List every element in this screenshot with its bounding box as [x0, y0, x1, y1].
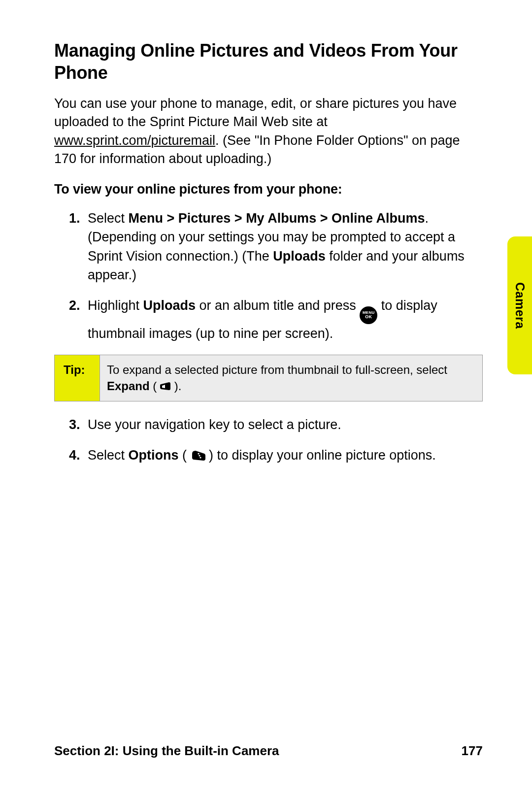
- step-text: ) to display your online picture options…: [205, 448, 436, 463]
- step-text: or an album title and press: [196, 298, 360, 313]
- ok-label: OK: [365, 315, 372, 319]
- step-text: (: [179, 448, 191, 463]
- procedure-steps: 1. Select Menu > Pictures > My Albums > …: [54, 209, 483, 465]
- page-content: Managing Online Pictures and Videos From…: [0, 0, 532, 465]
- expand-label: Expand: [107, 379, 150, 393]
- svg-point-0: [198, 453, 199, 455]
- step-number: 1.: [69, 209, 80, 228]
- procedure-subheading: To view your online pictures from your p…: [54, 182, 483, 197]
- step-1: 1. Select Menu > Pictures > My Albums > …: [88, 209, 483, 284]
- expand-icon: [160, 382, 171, 391]
- picturemail-url: www.sprint.com/picturemail: [54, 133, 215, 148]
- step-3: 3. Use your navigation key to select a p…: [88, 415, 483, 434]
- page-footer: Section 2I: Using the Built-in Camera 17…: [54, 743, 483, 759]
- footer-page-number: 177: [462, 743, 483, 759]
- menu-ok-button-icon: MENU OK: [360, 306, 377, 324]
- step-number: 2.: [69, 296, 80, 315]
- tip-label: Tip:: [55, 355, 100, 401]
- step-text: Select: [88, 211, 129, 226]
- step-text: Highlight: [88, 298, 143, 313]
- intro-paragraph: You can use your phone to manage, edit, …: [54, 95, 483, 168]
- tip-content: To expand a selected picture from thumbn…: [100, 355, 482, 401]
- step-text: Use your navigation key to select a pict…: [88, 417, 341, 432]
- step-2: 2. Highlight Uploads or an album title a…: [88, 296, 483, 343]
- options-label: Options: [129, 448, 179, 463]
- step-number: 4.: [69, 446, 80, 465]
- section-side-tab: Camera: [507, 236, 532, 374]
- intro-text-1: You can use your phone to manage, edit, …: [54, 96, 457, 129]
- options-softkey-icon: [191, 449, 205, 462]
- uploads-label: Uploads: [143, 298, 196, 313]
- step-4: 4. Select Options ( ) to display your on…: [88, 446, 483, 465]
- tip-container: Tip: To expand a selected picture from t…: [88, 355, 483, 401]
- tip-text: To expand a selected picture from thumbn…: [107, 363, 447, 376]
- step-number: 3.: [69, 415, 80, 434]
- menu-path: Menu > Pictures > My Albums > Online Alb…: [129, 211, 425, 226]
- uploads-label: Uploads: [273, 249, 326, 264]
- tip-text: ).: [171, 379, 181, 393]
- step-text: Select: [88, 448, 129, 463]
- section-heading: Managing Online Pictures and Videos From…: [54, 39, 483, 84]
- svg-point-1: [199, 455, 200, 457]
- side-tab-label: Camera: [513, 282, 527, 329]
- tip-text: (: [150, 379, 160, 393]
- footer-section: Section 2I: Using the Built-in Camera: [54, 743, 279, 759]
- tip-box: Tip: To expand a selected picture from t…: [54, 355, 483, 401]
- svg-point-2: [200, 457, 201, 459]
